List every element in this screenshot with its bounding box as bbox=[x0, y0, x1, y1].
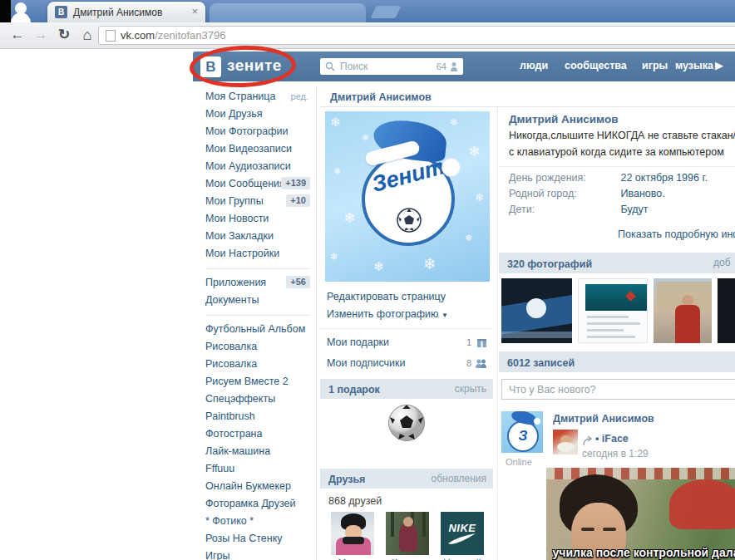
photo-detail bbox=[587, 322, 640, 325]
sidebar-item-my-photos[interactable]: Мои Фотографии bbox=[197, 123, 312, 140]
sidebar-app-item[interactable]: Игры bbox=[197, 548, 312, 560]
sidebar: Моя Страницаред. Мои Друзья Мои Фотограф… bbox=[197, 88, 312, 560]
photo-thumbnail[interactable] bbox=[578, 278, 649, 343]
photo-detail bbox=[587, 316, 629, 318]
new-post-input[interactable] bbox=[501, 379, 735, 400]
sidebar-app-item[interactable]: Paintbrush bbox=[197, 408, 312, 425]
birthday-value[interactable]: 22 октября 1996 г. bbox=[620, 172, 707, 184]
browser-tab-active[interactable]: В Дмитрий Анисимов × bbox=[47, 2, 205, 22]
sidebar-item-my-page[interactable]: Моя Страницаред. bbox=[197, 88, 312, 106]
reload-button[interactable]: ↻ bbox=[53, 25, 75, 45]
photo-detail bbox=[557, 442, 575, 452]
sidebar-app-item[interactable]: Рисовалка bbox=[197, 356, 312, 373]
friend-card[interactable]: NIKE НиколайКочетов bbox=[441, 512, 484, 560]
sidebar-item-my-bookmarks[interactable]: Мои Закладки bbox=[197, 228, 312, 245]
sidebar-app-item[interactable]: * Фотико * bbox=[197, 513, 312, 530]
search-icon bbox=[325, 61, 335, 71]
photo-thumbnail[interactable] bbox=[654, 278, 712, 343]
sidebar-item-my-videos[interactable]: Мои Видеозаписи bbox=[197, 140, 312, 158]
profile-avatar-photo[interactable]: ❄ ❄ ❄ ❄ ❄ ❄ ❄ ❄ ❄ ❄ ❄ ❄ Зенит bbox=[325, 111, 490, 282]
photo-detail bbox=[581, 528, 594, 531]
post-author-name[interactable]: Дмитрий Анисимов bbox=[553, 413, 654, 425]
show-full-info-link[interactable]: Показать подробную инфор bbox=[618, 228, 735, 240]
sidebar-app-item[interactable]: Спецэффекты bbox=[197, 391, 312, 408]
divider bbox=[499, 166, 735, 167]
friend-photo[interactable]: NIKE bbox=[441, 512, 484, 555]
sidebar-app-item[interactable]: Фотострана bbox=[197, 425, 312, 443]
friend-card[interactable]: МарияИванова bbox=[331, 512, 374, 560]
photo-detail bbox=[422, 512, 426, 537]
online-friends-count[interactable]: 64 bbox=[437, 61, 446, 71]
photos-count[interactable]: 320 фотографий bbox=[507, 258, 592, 270]
repost-thumbnail[interactable] bbox=[553, 430, 578, 454]
sidebar-app-item[interactable]: Онлайн Букмекер bbox=[197, 478, 312, 495]
nav-people[interactable]: люди bbox=[520, 60, 548, 71]
meme-caption: училка после контрольной дала bbox=[546, 546, 735, 559]
forward-button[interactable]: → bbox=[30, 25, 52, 45]
url-text[interactable]: vk.com/zenitofan3796 bbox=[121, 29, 225, 42]
sidebar-item-my-messages[interactable]: Мои Сообщения+139 bbox=[197, 175, 312, 193]
sidebar-app-item[interactable]: Фоторамка Друзей bbox=[197, 495, 312, 513]
breadcrumb: Дмитрий Анисимов bbox=[330, 91, 432, 103]
soccer-ball-gift-icon bbox=[387, 404, 426, 442]
friend-photo[interactable] bbox=[386, 512, 429, 555]
gift-item[interactable] bbox=[320, 399, 493, 460]
photo-thumbnail[interactable] bbox=[501, 278, 572, 343]
sidebar-item-my-groups[interactable]: Мои Группы+10 bbox=[197, 193, 312, 210]
home-button[interactable]: ⌂ bbox=[76, 25, 98, 45]
wall-posts-count[interactable]: 6012 записей bbox=[507, 357, 575, 369]
post-image[interactable]: училка после контрольной дала bbox=[546, 468, 735, 560]
sidebar-app-item[interactable]: Футбольный Альбом bbox=[197, 321, 312, 338]
nav-music[interactable]: музыка bbox=[675, 60, 713, 71]
sidebar-item-my-settings[interactable]: Мои Настройки bbox=[197, 245, 312, 263]
new-tab-button[interactable] bbox=[371, 6, 402, 18]
browser-tab-inactive[interactable] bbox=[210, 3, 366, 22]
soccer-ball-icon bbox=[397, 208, 422, 233]
nav-more-arrow-icon[interactable]: ▶ bbox=[715, 59, 723, 71]
sidebar-app-item[interactable]: Розы На Стенку bbox=[197, 530, 312, 548]
sidebar-item-my-friends[interactable]: Мои Друзья bbox=[197, 106, 312, 123]
change-photo-link[interactable]: Изменить фотографию ▼ bbox=[327, 308, 493, 320]
snowflake-icon: ❄ bbox=[423, 254, 437, 273]
hometown-value[interactable]: Иваново. bbox=[620, 188, 664, 199]
sidebar-app-item[interactable]: Рисовалка bbox=[197, 338, 312, 356]
post-author-avatar[interactable]: З bbox=[501, 411, 543, 453]
friend-card[interactable]: КсенияАбдрафикова bbox=[386, 512, 429, 560]
add-photo-link[interactable]: доб bbox=[713, 253, 731, 273]
nav-communities[interactable]: сообщества bbox=[565, 60, 627, 71]
back-button[interactable]: ← bbox=[7, 25, 28, 45]
hide-gifts-link[interactable]: скрыть bbox=[455, 379, 486, 399]
sidebar-app-item[interactable]: Лайк-машина bbox=[197, 443, 312, 460]
friends-updates-link[interactable]: обновления bbox=[432, 469, 486, 489]
friend-photo[interactable] bbox=[331, 512, 374, 555]
photo-thumbnail[interactable] bbox=[718, 278, 735, 343]
photo-detail bbox=[501, 332, 572, 338]
sidebar-item-documents[interactable]: Документы bbox=[197, 292, 312, 309]
photo-detail bbox=[546, 468, 735, 479]
sidebar-app-item[interactable]: Fffuuu bbox=[197, 460, 312, 478]
snowflake-icon: ❄ bbox=[465, 233, 472, 243]
status-line-2[interactable]: с клавиатурой когда сидите за компьютеро… bbox=[509, 145, 735, 159]
wall-post: З Online Дмитрий Анисимов • iFace сегодн… bbox=[499, 411, 735, 560]
kids-value[interactable]: Будут bbox=[620, 204, 648, 215]
edit-link[interactable]: ред. bbox=[291, 88, 308, 106]
status-line-1[interactable]: Никогда,слышите НИКОГДА не ставьте стака… bbox=[509, 129, 735, 142]
profile-main-column: Дмитрий Анисимов Никогда,слышите НИКОГДА… bbox=[499, 106, 735, 560]
person-icon bbox=[451, 62, 457, 71]
my-followers-row[interactable]: Мои подписчики 8 bbox=[327, 357, 493, 371]
sidebar-item-my-audio[interactable]: Мои Аудиозаписи bbox=[197, 158, 312, 175]
post-timestamp[interactable]: сегодня в 1:29 bbox=[582, 448, 649, 459]
edit-page-link[interactable]: Редактировать страницу bbox=[327, 291, 493, 302]
sidebar-item-apps[interactable]: Приложения+56 bbox=[197, 274, 312, 292]
photo-detail bbox=[403, 517, 413, 527]
address-bar[interactable]: vk.com/zenitofan3796 bbox=[98, 26, 735, 45]
tab-close-icon[interactable]: × bbox=[191, 6, 198, 17]
nav-games[interactable]: игры bbox=[642, 60, 668, 71]
info-row-birthday: День рождения: 22 октября 1996 г. bbox=[509, 174, 735, 183]
repost-source-link[interactable]: • iFace bbox=[595, 433, 629, 445]
sidebar-app-item[interactable]: Рисуем Вместе 2 bbox=[197, 373, 312, 391]
search-input[interactable] bbox=[338, 60, 425, 73]
sidebar-item-my-news[interactable]: Мои Новости bbox=[197, 210, 312, 228]
header-search-box[interactable]: 64 bbox=[320, 58, 463, 75]
my-gifts-row[interactable]: Мои подарки 1 bbox=[327, 336, 493, 350]
